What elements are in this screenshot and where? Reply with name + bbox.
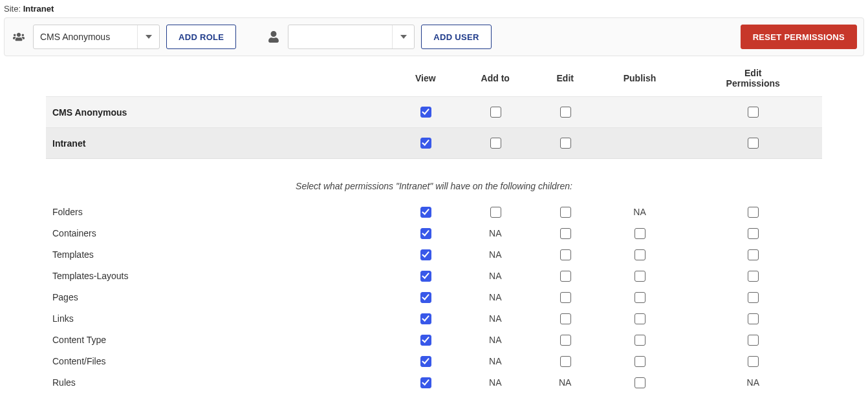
na-label: NA: [559, 377, 571, 388]
col-add-to: Add to: [456, 63, 535, 97]
col-view: View: [395, 63, 456, 97]
user-select-input[interactable]: [288, 25, 392, 48]
child-row: TemplatesNA: [46, 244, 822, 266]
add-role-button[interactable]: ADD ROLE: [166, 25, 236, 49]
perm-child0-addto[interactable]: [490, 207, 501, 218]
perm-child2-ep[interactable]: [748, 249, 759, 260]
toolbar: ADD ROLE ADD USER RESET PERMISSIONS: [4, 17, 864, 56]
host-row: Intranet: [46, 128, 822, 159]
child-row: ContainersNA: [46, 223, 822, 244]
perm-child6-edit[interactable]: [560, 335, 571, 346]
perm-child4-publish[interactable]: [635, 292, 646, 303]
perm-child5-edit[interactable]: [560, 313, 571, 324]
child-row: FoldersNA: [46, 202, 822, 223]
perm-child5-ep[interactable]: [748, 313, 759, 324]
site-label: Site:: [4, 4, 21, 14]
child-label: Content Type: [46, 330, 395, 351]
role-row: CMS Anonymous: [46, 97, 822, 128]
na-label: NA: [489, 335, 501, 345]
perm-child7-view[interactable]: [420, 356, 431, 367]
perm-child2-edit[interactable]: [560, 249, 571, 260]
user-select-caret[interactable]: [392, 25, 414, 48]
perm-child8-publish[interactable]: [635, 377, 646, 388]
na-label: NA: [489, 377, 501, 388]
perm-host-view[interactable]: [420, 138, 431, 149]
host-row-label: Intranet: [46, 128, 395, 159]
child-row: Content/FilesNA: [46, 351, 822, 372]
perm-child1-view[interactable]: [420, 228, 431, 239]
perm-child7-ep[interactable]: [748, 356, 759, 367]
perm-child7-publish[interactable]: [635, 356, 646, 367]
na-label: NA: [489, 249, 501, 260]
perm-child1-edit[interactable]: [560, 228, 571, 239]
child-label: Links: [46, 308, 395, 330]
perm-child3-view[interactable]: [420, 271, 431, 282]
perm-child6-publish[interactable]: [635, 335, 646, 346]
perm-child2-view[interactable]: [420, 249, 431, 260]
perm-child6-ep[interactable]: [748, 335, 759, 346]
child-label: Pages: [46, 287, 395, 308]
col-edit-permissions: Edit Permissions: [684, 63, 823, 97]
role-row-label: CMS Anonymous: [46, 97, 395, 128]
instruction-row: Select what permissions "Intranet" will …: [46, 178, 822, 202]
perm-child3-edit[interactable]: [560, 271, 571, 282]
perm-child8-view[interactable]: [420, 377, 431, 388]
child-row: Content TypeNA: [46, 330, 822, 351]
na-label: NA: [633, 207, 646, 217]
na-label: NA: [747, 377, 759, 388]
site-context: Site: Intranet: [0, 0, 868, 16]
col-publish: Publish: [596, 63, 684, 97]
child-label: Templates-Layouts: [46, 266, 395, 287]
na-label: NA: [489, 313, 501, 324]
perm-child3-ep[interactable]: [748, 271, 759, 282]
perm-host-edit[interactable]: [560, 138, 571, 149]
col-edit: Edit: [535, 63, 596, 97]
na-label: NA: [489, 271, 501, 281]
perm-role-view[interactable]: [420, 107, 431, 118]
reset-permissions-button[interactable]: RESET PERMISSIONS: [741, 25, 857, 49]
role-select-input[interactable]: [34, 25, 137, 48]
perm-child3-publish[interactable]: [635, 271, 646, 282]
perm-role-edit[interactable]: [560, 107, 571, 118]
child-label: Rules: [46, 372, 395, 393]
child-label: Folders: [46, 202, 395, 223]
perm-child2-publish[interactable]: [635, 249, 646, 260]
child-label: Templates: [46, 244, 395, 266]
perm-child5-view[interactable]: [420, 313, 431, 324]
perm-child7-edit[interactable]: [560, 356, 571, 367]
perm-child0-view[interactable]: [420, 207, 431, 218]
perm-child0-ep[interactable]: [748, 207, 759, 218]
perm-child4-edit[interactable]: [560, 292, 571, 303]
header-row: View Add to Edit Publish Edit Permission…: [46, 63, 822, 97]
child-row: Templates-LayoutsNA: [46, 266, 822, 287]
na-label: NA: [489, 292, 501, 302]
child-label: Containers: [46, 223, 395, 244]
permissions-table: View Add to Edit Publish Edit Permission…: [46, 63, 822, 393]
perm-host-ep[interactable]: [748, 138, 759, 149]
na-label: NA: [489, 356, 501, 366]
add-user-button[interactable]: ADD USER: [421, 25, 491, 49]
perm-child0-edit[interactable]: [560, 207, 571, 218]
user-icon: [266, 31, 281, 43]
role-select-caret[interactable]: [137, 25, 159, 48]
user-select[interactable]: [288, 25, 415, 49]
users-icon: [11, 31, 27, 43]
perm-role-addto[interactable]: [490, 107, 501, 118]
na-label: NA: [489, 228, 501, 238]
perm-child6-view[interactable]: [420, 335, 431, 346]
perm-child4-ep[interactable]: [748, 292, 759, 303]
perm-role-ep[interactable]: [748, 107, 759, 118]
site-name: Intranet: [23, 4, 54, 14]
role-select[interactable]: [33, 25, 160, 49]
child-row: RulesNANANA: [46, 372, 822, 393]
child-row: PagesNA: [46, 287, 822, 308]
perm-child1-publish[interactable]: [635, 228, 646, 239]
child-row: LinksNA: [46, 308, 822, 330]
child-label: Content/Files: [46, 351, 395, 372]
perm-child5-publish[interactable]: [635, 313, 646, 324]
perm-host-addto[interactable]: [490, 138, 501, 149]
perm-child1-ep[interactable]: [748, 228, 759, 239]
perm-child4-view[interactable]: [420, 292, 431, 303]
